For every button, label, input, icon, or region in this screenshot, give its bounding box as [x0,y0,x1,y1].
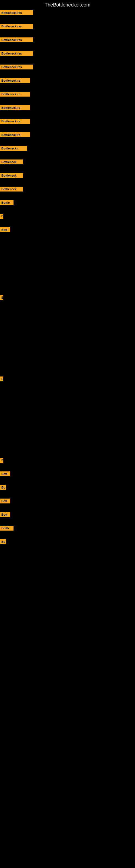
bottleneck-label-16[interactable]: B [0,214,3,219]
bottleneck-label-2[interactable]: Bottleneck res [0,24,33,29]
bottleneck-label-8[interactable]: Bottleneck re [0,105,30,110]
bottleneck-label-21[interactable]: Bott [0,471,10,476]
bottleneck-label-14[interactable]: Bottleneck [0,187,23,191]
bottleneck-label-19[interactable]: B [0,376,3,381]
bottleneck-label-17[interactable]: Bott [0,227,10,232]
bottleneck-label-11[interactable]: Bottleneck r [0,146,27,151]
bottleneck-label-15[interactable]: Bottle [0,200,13,205]
bottleneck-label-1[interactable]: Bottleneck res [0,10,33,15]
bottleneck-label-20[interactable]: B [0,458,3,463]
bottleneck-label-4[interactable]: Bottleneck res [0,51,33,56]
bottleneck-label-23[interactable]: Bott [0,499,10,503]
bottleneck-label-6[interactable]: Bottleneck re [0,78,30,83]
bottleneck-label-18[interactable]: B [0,295,3,300]
bottleneck-label-22[interactable]: Bo [0,485,6,490]
bottleneck-label-5[interactable]: Bottleneck res [0,65,33,69]
bottleneck-label-26[interactable]: Bo [0,539,6,544]
bottleneck-label-9[interactable]: Bottleneck re [0,119,30,124]
bottleneck-label-10[interactable]: Bottleneck re [0,132,30,137]
bottleneck-label-7[interactable]: Bottleneck re [0,92,30,97]
bottleneck-label-12[interactable]: Bottleneck [0,159,23,164]
bottleneck-label-13[interactable]: Bottleneck [0,173,23,178]
bottleneck-label-25[interactable]: Bottle [0,526,13,531]
bottleneck-label-24[interactable]: Bott [0,512,10,517]
bottleneck-label-3[interactable]: Bottleneck res [0,37,33,42]
site-title: TheBottlenecker.com [0,0,135,10]
